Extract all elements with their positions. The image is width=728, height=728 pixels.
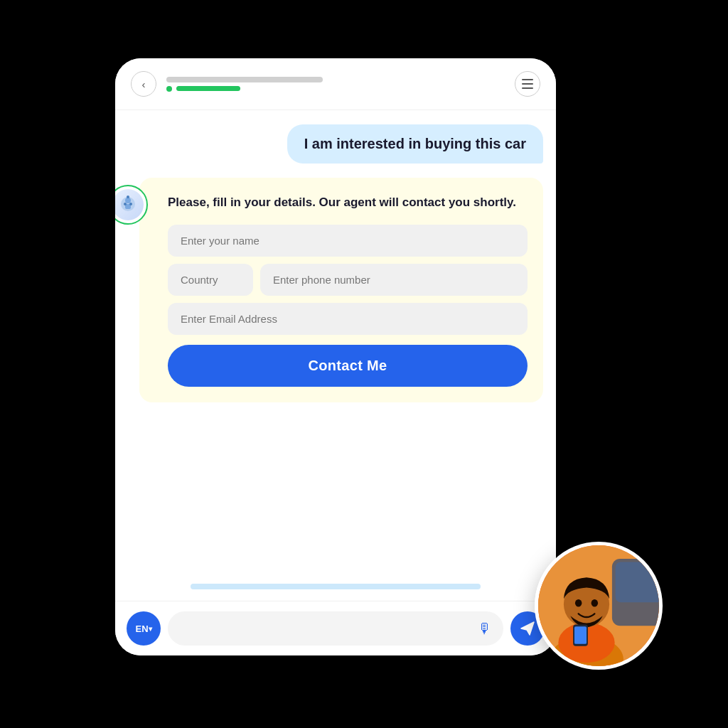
back-button[interactable]: ‹ [131,71,156,97]
phone-input[interactable] [260,264,528,296]
bot-message-text: Please, fill in your details. Our agent … [168,193,528,212]
user-message-text: I am interested in buying this car [304,136,526,151]
message-input-bar[interactable]: 🎙 [168,611,503,646]
svg-point-4 [129,203,132,205]
language-arrow: ▾ [149,625,152,633]
svg-rect-9 [616,562,659,603]
user-message-bubble: I am interested in buying this car [287,124,543,164]
person-avatar [535,542,663,670]
status-label-bar [176,86,240,91]
back-icon: ‹ [142,78,146,90]
email-input[interactable] [168,303,528,335]
send-icon [520,621,535,636]
bot-message-area: Please, fill in your details. Our agent … [128,178,543,402]
bot-avatar-icon [115,189,144,220]
country-input[interactable] [168,264,253,296]
svg-point-6 [127,196,129,198]
header-center [166,77,505,92]
svg-point-3 [124,203,127,205]
chat-body: I am interested in buying this car [115,110,556,572]
chat-footer: EN▾ 🎙 [115,601,556,655]
menu-button[interactable] [515,71,540,97]
menu-icon [522,79,533,80]
language-button[interactable]: EN▾ [127,611,161,646]
chat-header: ‹ [115,58,556,110]
scroll-indicator [128,572,543,601]
microphone-icon[interactable]: 🎙 [478,621,492,637]
svg-rect-16 [574,626,587,644]
svg-point-14 [592,599,598,606]
menu-icon [522,83,533,85]
person-image [538,545,659,666]
online-indicator [166,86,172,92]
menu-icon [522,87,533,89]
scroll-bar [191,584,481,589]
contact-me-button[interactable]: Contact Me [168,345,528,387]
language-label: EN [135,623,148,634]
phone-row [168,264,528,296]
bot-form-card: Please, fill in your details. Our agent … [139,178,543,402]
header-title-bar [166,77,323,82]
name-input[interactable] [168,225,528,257]
svg-point-13 [575,599,582,606]
status-bar [166,86,505,92]
chat-card: ‹ I am interested in buying this car [115,58,556,655]
